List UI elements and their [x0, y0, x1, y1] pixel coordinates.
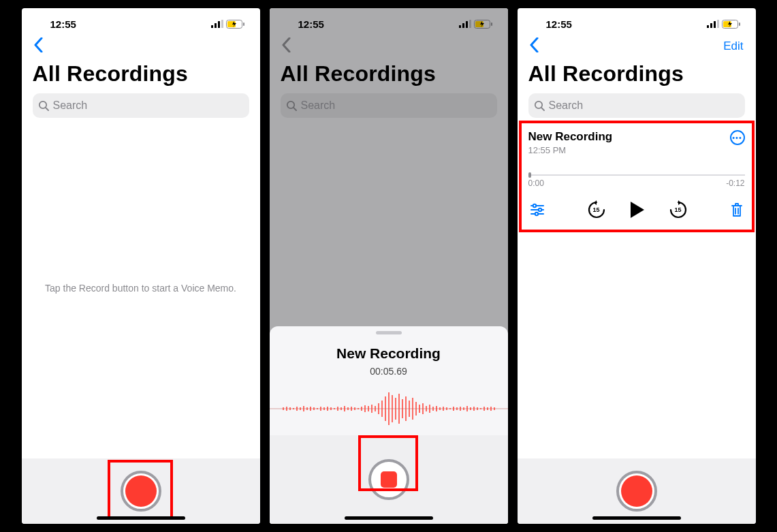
clock: 12:55 — [546, 18, 572, 30]
recording-title: New Recording — [336, 345, 441, 362]
svg-point-96 — [535, 213, 537, 215]
sheet-grabber[interactable] — [376, 331, 402, 334]
play-icon — [629, 201, 646, 219]
screen-1-empty: 12:55 All Recordings Search Tap the Reco… — [22, 8, 260, 524]
svg-rect-84 — [714, 21, 716, 28]
search-field[interactable]: Search — [33, 93, 249, 118]
play-button[interactable] — [629, 201, 646, 221]
time-labels: 0:00 -0:12 — [528, 178, 745, 188]
home-indicator[interactable] — [592, 516, 681, 520]
svg-rect-83 — [710, 23, 712, 28]
record-icon — [621, 475, 652, 507]
status-bar: 12:55 — [270, 8, 508, 33]
options-button[interactable] — [530, 203, 545, 219]
search-icon — [38, 100, 49, 111]
svg-line-8 — [46, 108, 48, 110]
page-title: All Recordings — [270, 60, 508, 93]
chevron-left-icon — [282, 37, 291, 52]
screen-2-recording: 12:55 All Recordings Search New Recordin… — [270, 8, 508, 524]
back-button[interactable] — [526, 36, 543, 57]
battery-icon — [474, 20, 493, 29]
scrubber[interactable] — [528, 174, 745, 176]
ellipsis-icon: ••• — [732, 134, 742, 142]
time-elapsed: 0:00 — [528, 178, 544, 188]
recording-sheet[interactable]: New Recording 00:05.69 — [270, 326, 508, 524]
edit-button[interactable]: Edit — [723, 40, 747, 53]
svg-point-94 — [538, 208, 541, 211]
svg-rect-11 — [466, 21, 468, 28]
stop-button[interactable] — [368, 459, 409, 500]
back-button[interactable] — [30, 36, 47, 57]
svg-rect-3 — [221, 20, 223, 28]
svg-rect-85 — [717, 20, 719, 28]
nav-bar — [22, 33, 260, 60]
svg-rect-15 — [491, 22, 492, 26]
search-field: Search — [281, 93, 497, 118]
search-placeholder: Search — [53, 99, 88, 112]
skip-forward-button[interactable]: 15 — [669, 200, 688, 222]
search-placeholder: Search — [301, 99, 336, 112]
status-icons — [459, 20, 493, 29]
svg-rect-12 — [469, 20, 471, 28]
battery-icon — [226, 20, 245, 29]
screen-3-list: 12:55 Edit All Recordings Search New Rec… — [518, 8, 756, 524]
status-icons — [707, 20, 741, 29]
svg-rect-2 — [218, 21, 220, 28]
stop-icon — [381, 471, 397, 488]
stop-tray — [270, 435, 508, 524]
home-indicator[interactable] — [345, 516, 433, 520]
chevron-left-icon — [530, 37, 539, 52]
svg-rect-82 — [707, 25, 709, 28]
empty-state-hint: Tap the Record button to start a Voice M… — [22, 118, 260, 458]
waveform-icon — [270, 390, 508, 428]
record-button[interactable] — [616, 471, 657, 512]
nav-bar — [270, 33, 508, 60]
time-remaining: -0:12 — [726, 178, 744, 188]
recording-title: New Recording — [528, 130, 613, 144]
page-title: All Recordings — [518, 60, 756, 93]
svg-line-17 — [294, 108, 296, 110]
skip-fwd-amount: 15 — [669, 200, 688, 220]
waveform — [270, 389, 508, 428]
chevron-left-icon — [34, 37, 43, 52]
status-bar: 12:55 — [518, 8, 756, 33]
cellular-icon — [707, 20, 719, 28]
cellular-icon — [459, 20, 471, 28]
nav-bar: Edit — [518, 33, 756, 60]
back-button — [278, 36, 295, 57]
recording-timestamp: 12:55 PM — [528, 145, 613, 155]
svg-line-90 — [541, 108, 544, 110]
record-button[interactable] — [121, 471, 161, 512]
search-icon — [286, 100, 297, 111]
trash-icon — [730, 202, 744, 217]
record-tray — [22, 458, 260, 524]
svg-rect-6 — [243, 22, 244, 26]
svg-rect-88 — [739, 22, 740, 26]
svg-rect-10 — [462, 23, 464, 28]
status-icons — [211, 20, 245, 29]
svg-rect-9 — [459, 25, 461, 28]
delete-button[interactable] — [730, 202, 744, 220]
recording-item[interactable]: New Recording 12:55 PM ••• 0:00 -0:12 — [522, 125, 752, 229]
page-title: All Recordings — [22, 60, 260, 93]
skip-back-amount: 15 — [587, 200, 606, 220]
cellular-icon — [211, 20, 223, 28]
svg-rect-1 — [215, 23, 217, 28]
svg-rect-0 — [211, 25, 213, 28]
search-field[interactable]: Search — [528, 93, 745, 118]
record-icon — [125, 475, 157, 507]
search-icon — [534, 100, 545, 111]
more-button[interactable]: ••• — [730, 130, 745, 145]
sliders-icon — [530, 203, 545, 217]
record-tray — [518, 458, 756, 524]
clock: 12:55 — [50, 18, 76, 30]
elapsed-time: 00:05.69 — [370, 366, 407, 377]
search-placeholder: Search — [549, 99, 584, 112]
status-bar: 12:55 — [22, 8, 260, 33]
skip-back-button[interactable]: 15 — [587, 200, 606, 222]
battery-icon — [722, 20, 741, 29]
svg-point-92 — [533, 204, 535, 207]
home-indicator[interactable] — [97, 516, 185, 520]
scrubber-knob[interactable] — [528, 172, 531, 178]
clock: 12:55 — [298, 18, 324, 30]
